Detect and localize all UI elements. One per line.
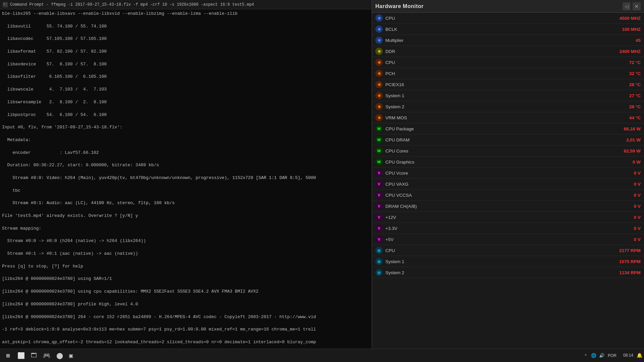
hw-titlebar-controls: ◁ ✕ (623, 2, 641, 10)
taskbar-clock[interactable]: 08:14 (621, 353, 636, 358)
hw-icon-fan: ◎ (375, 269, 383, 276)
hw-monitor-title: Hardware Monitor (375, 3, 424, 9)
taskbar-steam-button[interactable]: 🎮 (40, 350, 53, 361)
cmd-line: Stream mapping: (2, 226, 370, 232)
cmd-line: Stream #0:1 -> #0:1 (aac (native) -> aac… (2, 251, 370, 257)
cmd-line: [libx264 @ 00000000024e3780] using cpu c… (2, 289, 370, 295)
hw-item-value: 0 V (610, 193, 641, 198)
cmd-line: Input #0, flv, from '2017-09-27_15-43-18… (2, 124, 370, 131)
notification-icon[interactable]: 🔔 (636, 352, 643, 359)
hw-item-value: 1075 RPM (610, 259, 641, 264)
hw-item-value: 0 V (610, 226, 641, 231)
hw-row: ⊕PCH32 °C (372, 68, 644, 79)
hw-row: WCPU DRAM2,01 W (372, 134, 644, 145)
hw-item-label: +12V (385, 215, 610, 220)
hw-monitor-content[interactable]: ⊕CPU4500 MHZ⊕BCLK100 MHZ⊕Multiplier45⊕DD… (372, 13, 644, 362)
show-hidden-icons[interactable]: ^ (582, 352, 589, 359)
hw-icon-volt: V (375, 225, 383, 232)
hw-icon-temp: ⊕ (375, 103, 383, 110)
network-icon[interactable]: 🌐 (590, 352, 597, 359)
cmd-line: libavdevice 57. 8.100 / 57. 8.100 (2, 61, 370, 68)
hw-item-label: +5V (385, 237, 610, 242)
hw-item-label: CPU Graphics (385, 160, 610, 165)
cmd-line: libavcodec 57.105.100 / 57.105.100 (2, 36, 370, 42)
hw-row: ⊕Multiplier45 (372, 35, 644, 46)
hw-item-value: 0 V (610, 182, 641, 187)
hw-item-value: 2,01 W (610, 137, 641, 142)
cmd-line: Stream #0:0: Video: h264 (Main), yuv420p… (2, 175, 370, 181)
start-button[interactable]: ⊞ (1, 350, 15, 362)
hw-icon-cpu: ⊕ (375, 37, 383, 44)
hw-item-value: 72 °C (610, 60, 641, 65)
taskbar-app-red-button[interactable]: ⬤ (54, 350, 66, 361)
hw-item-label: +3.3V (385, 226, 610, 231)
hw-item-value: 28 °C (610, 82, 641, 87)
hw-row: ⊕VRM MOS44 °C (372, 112, 644, 123)
cmd-line: libpostproc 54. 6.100 / 54. 6.100 (2, 112, 370, 118)
hw-item-label: CPU (385, 60, 610, 65)
cmd-title: Command Prompt - ffmpeg -i 2017-09-27_15… (10, 2, 254, 7)
cmd-line: -1 ref=3 deblock=1:0:0 analyse=0x3:0x113… (2, 326, 370, 333)
hw-row: VCPU Vcore0 V (372, 168, 644, 179)
hw-row: VCPU VCCSA0 V (372, 190, 644, 201)
hw-icon-fan: ◎ (375, 247, 383, 254)
taskbar-task-view-button[interactable]: ⬜ (15, 350, 28, 361)
hw-icon-temp: ⊕ (375, 59, 383, 66)
hw-item-value: 4500 MHZ (610, 16, 641, 21)
hw-row: WCPU Package66,16 W (372, 123, 644, 134)
hw-icon-cpu: ⊕ (375, 14, 383, 22)
cmd-line: Duration: 00:36:22.27, start: 0.000000, … (2, 162, 370, 169)
hw-item-label: System 1 (385, 93, 610, 98)
cmd-content[interactable]: ble-libx265 --enable-libxavs --enable-li… (0, 9, 372, 362)
cmd-icon: C: (3, 2, 8, 7)
taskbar-buttons: ⬜🗔🎮⬤▣ (15, 350, 75, 361)
hw-row: V+5V0 V (372, 234, 644, 245)
hw-item-value: 2400 MHZ (610, 49, 641, 54)
hw-row: VDRAM CH(A/B)0 V (372, 201, 644, 212)
hw-item-value: 2177 RPM (610, 248, 641, 253)
hw-item-value: 62,59 W (610, 148, 641, 154)
hw-row: ⊕PCIEX1628 °C (372, 79, 644, 90)
hw-icon-volt: V (375, 169, 383, 177)
hw-item-label: DDR (385, 49, 610, 54)
hw-row: ◎System 21134 RPM (372, 267, 644, 278)
volume-icon[interactable]: 🔊 (598, 352, 605, 359)
language-indicator[interactable]: POR (606, 353, 618, 358)
hw-row: ⊕CPU4500 MHZ (372, 13, 644, 24)
taskbar-file-explorer-button[interactable]: 🗔 (28, 350, 40, 361)
cmd-line: Metadata: (2, 137, 370, 143)
hw-icon-power: W (375, 125, 383, 132)
hw-item-value: 0 W (610, 160, 641, 165)
hw-row: VCPU VAXG0 V (372, 179, 644, 190)
hw-row: ⊕CPU72 °C (372, 57, 644, 68)
hw-icon-temp: ⊕ (375, 81, 383, 88)
hw-item-label: DRAM CH(A/B) (385, 204, 610, 209)
hw-item-value: 0 V (610, 204, 641, 209)
hw-icon-temp: ⊕ (375, 70, 383, 77)
hw-icon-power: W (375, 136, 383, 143)
hw-item-label: VRM MOS (385, 115, 610, 120)
hw-item-value: 0 V (610, 171, 641, 176)
cmd-line: libavfilter 6.105.100 / 6.105.100 (2, 74, 370, 80)
hw-row: V+12V0 V (372, 212, 644, 223)
cmd-line: encoder : Lavf57.66.102 (2, 150, 370, 156)
hw-icon-volt: V (375, 180, 383, 188)
taskbar-app-gray-button[interactable]: ▣ (66, 350, 75, 361)
hw-row: V+3.3V0 V (372, 223, 644, 234)
hw-monitor-panel: Hardware Monitor ◁ ✕ ⊕CPU4500 MHZ⊕BCLK10… (372, 0, 644, 362)
cmd-line: [libx264 @ 00000000024e3780] using SAR=1… (2, 276, 370, 282)
hw-item-label: CPU Vcore (385, 171, 610, 176)
system-tray: ^ 🌐 🔊 POR (582, 352, 621, 359)
hw-close-button[interactable]: ✕ (633, 2, 641, 10)
hw-icon-cpu: ⊕ (375, 25, 383, 33)
cmd-line: libswresample 2. 8.100 / 2. 8.100 (2, 99, 370, 106)
hw-item-label: CPU DRAM (385, 137, 610, 142)
hw-minimize-button[interactable]: ◁ (623, 2, 631, 10)
cmd-line: [libx264 @ 00000000024e3780] profile Hig… (2, 301, 370, 308)
hw-item-label: BCLK (385, 27, 610, 32)
hw-icon-volt: V (375, 214, 383, 221)
hw-item-value: 0 V (610, 237, 641, 242)
hw-icon-fan: ◎ (375, 258, 383, 265)
hw-icon-temp: ⊕ (375, 114, 383, 121)
cmd-line: Stream #0:1: Audio: aac (LC), 44100 Hz, … (2, 200, 370, 206)
